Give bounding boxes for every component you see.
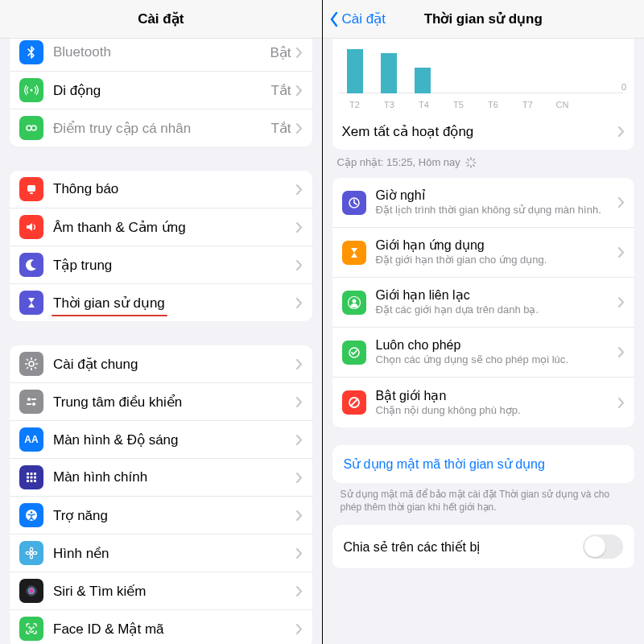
back-button[interactable]: Cài đặt xyxy=(329,10,386,27)
row-label: Face ID & Mật mã xyxy=(53,621,296,638)
settings-row-moon[interactable]: Tập trung xyxy=(10,246,312,284)
svg-point-29 xyxy=(30,551,32,554)
svg-point-35 xyxy=(28,588,35,595)
settings-row-antenna[interactable]: Di độngTắt xyxy=(10,72,312,109)
hourglass-icon xyxy=(342,241,366,265)
use-passcode-row[interactable]: Sử dụng mật mã thời gian sử dụng xyxy=(332,445,635,483)
svg-point-28 xyxy=(31,511,33,514)
row-label: Siri & Tìm kiếm xyxy=(53,583,296,600)
row-label: Màn hình & Độ sáng xyxy=(53,431,296,448)
svg-point-33 xyxy=(33,551,37,554)
settings-list[interactable]: BluetoothBậtDi độngTắtĐiểm truy cập cá n… xyxy=(0,39,322,644)
screentime-content[interactable]: 0 T2T3T4T5T6T7CN Xem tất cả hoạt động Cậ… xyxy=(323,39,645,644)
settings-row-hourglass[interactable]: Thời gian sử dụng xyxy=(10,284,312,321)
screentime-option-block[interactable]: Bật giới hạnChặn nội dung không phù hợp. xyxy=(332,378,635,427)
settings-pane: Cài đặt BluetoothBậtDi độngTắtĐiểm truy … xyxy=(0,0,322,644)
svg-point-30 xyxy=(30,547,32,551)
see-all-activity-row[interactable]: Xem tất cả hoạt động xyxy=(332,113,635,150)
svg-point-37 xyxy=(33,627,34,628)
chevron-right-icon xyxy=(296,435,303,445)
settings-row-hotspot[interactable]: Điểm truy cập cá nhânTắt xyxy=(10,109,312,147)
chart-x-label: T3 xyxy=(378,100,401,109)
row-label: Di động xyxy=(53,82,270,99)
row-value: Bật xyxy=(270,44,291,61)
option-subtitle: Đặt lịch trình thời gian không sử dụng m… xyxy=(376,204,619,217)
chart-bar xyxy=(415,68,431,93)
sound-icon xyxy=(19,215,43,239)
screentime-option-contacts[interactable]: Giới hạn liên lạcĐặt các giới hạn dựa tr… xyxy=(332,278,635,328)
hourglass-icon xyxy=(19,291,43,315)
chevron-right-icon xyxy=(296,586,303,597)
row-label: Cài đặt chung xyxy=(53,356,296,373)
svg-rect-18 xyxy=(27,473,29,475)
chevron-right-icon xyxy=(618,197,625,208)
svg-line-51 xyxy=(351,399,357,406)
chart-x-label: T2 xyxy=(344,100,366,109)
chevron-right-icon xyxy=(296,473,303,483)
spinner-icon xyxy=(465,157,477,168)
settings-row-switches[interactable]: Trung tâm điều khiển xyxy=(10,383,312,421)
page-title: Cài đặt xyxy=(138,10,184,27)
row-value: Tắt xyxy=(270,82,291,99)
share-toggle[interactable] xyxy=(583,535,623,559)
chevron-right-icon xyxy=(296,123,303,134)
settings-row-bell[interactable]: Thông báo xyxy=(10,171,312,208)
svg-rect-22 xyxy=(31,477,33,479)
svg-line-12 xyxy=(27,367,28,369)
screentime-option-hourglass[interactable]: Giới hạn ứng dụngĐặt giới hạn thời gian … xyxy=(332,228,635,278)
settings-section: BluetoothBậtDi độngTắtĐiểm truy cập cá n… xyxy=(10,39,312,147)
settings-row-sound[interactable]: Âm thanh & Cảm ứng xyxy=(10,208,312,246)
faceid-icon xyxy=(19,617,43,641)
option-title: Giới hạn liên lạc xyxy=(376,287,619,303)
option-title: Luôn cho phép xyxy=(376,337,619,353)
screentime-option-clock[interactable]: Giờ nghỉĐặt lịch trình thời gian không s… xyxy=(332,178,635,228)
svg-point-36 xyxy=(29,627,30,628)
settings-row-grid[interactable]: Màn hình chính xyxy=(10,459,312,497)
settings-row-gear[interactable]: Cài đặt chung xyxy=(10,345,312,383)
contacts-icon xyxy=(342,291,366,315)
row-label: Thời gian sử dụng xyxy=(53,295,296,312)
chevron-right-icon xyxy=(296,548,303,559)
svg-point-31 xyxy=(30,555,32,559)
row-label: Bluetooth xyxy=(53,44,270,60)
switches-icon xyxy=(19,390,43,414)
row-label: Trung tâm điều khiển xyxy=(53,394,296,411)
flower-icon xyxy=(19,541,43,565)
svg-rect-19 xyxy=(31,473,33,475)
row-label: Thông báo xyxy=(53,181,296,197)
settings-row-flower[interactable]: Hình nền xyxy=(10,535,312,572)
svg-rect-3 xyxy=(27,185,35,192)
hotspot-icon xyxy=(19,116,43,140)
option-subtitle: Chặn nội dung không phù hợp. xyxy=(376,404,619,418)
screentime-option-check[interactable]: Luôn cho phépChọn các ứng dụng sẽ cho ph… xyxy=(332,328,635,378)
chevron-right-icon xyxy=(296,624,303,634)
svg-rect-21 xyxy=(27,477,29,479)
share-across-devices-row[interactable]: Chia sẻ trên các thiết bị xyxy=(332,525,635,568)
option-subtitle: Đặt các giới hạn dựa trên danh bạ. xyxy=(376,303,619,317)
bell-icon xyxy=(19,177,43,201)
option-title: Giờ nghỉ xyxy=(376,188,619,204)
settings-row-faceid[interactable]: Face ID & Mật mã xyxy=(10,610,312,644)
screentime-options: Giờ nghỉĐặt lịch trình thời gian không s… xyxy=(332,178,635,427)
svg-point-14 xyxy=(27,398,31,401)
settings-row-bluetooth[interactable]: BluetoothBật xyxy=(10,39,312,72)
siri-icon xyxy=(19,579,43,603)
settings-row-siri[interactable]: Siri & Tìm kiếm xyxy=(10,572,312,610)
settings-row-aa[interactable]: AAMàn hình & Độ sáng xyxy=(10,421,312,459)
chevron-right-icon xyxy=(296,510,303,521)
svg-point-32 xyxy=(26,551,30,554)
passcode-footer-note: Sử dụng mật mã để bảo mật cài đặt Thời g… xyxy=(323,483,645,514)
settings-row-access[interactable]: Trợ năng xyxy=(10,497,312,535)
row-label: Trợ năng xyxy=(53,507,296,524)
chart-bar xyxy=(381,53,397,93)
chevron-right-icon xyxy=(296,298,303,308)
annotation-underline xyxy=(374,422,519,426)
row-value: Tắt xyxy=(270,120,291,137)
svg-rect-26 xyxy=(34,480,36,482)
option-subtitle: Đặt giới hạn thời gian cho ứng dụng. xyxy=(376,254,619,267)
row-label: Tập trung xyxy=(53,257,296,274)
svg-rect-4 xyxy=(30,192,33,194)
row-label: Hình nền xyxy=(53,545,296,562)
block-icon xyxy=(342,390,366,415)
clock-icon xyxy=(342,191,366,215)
